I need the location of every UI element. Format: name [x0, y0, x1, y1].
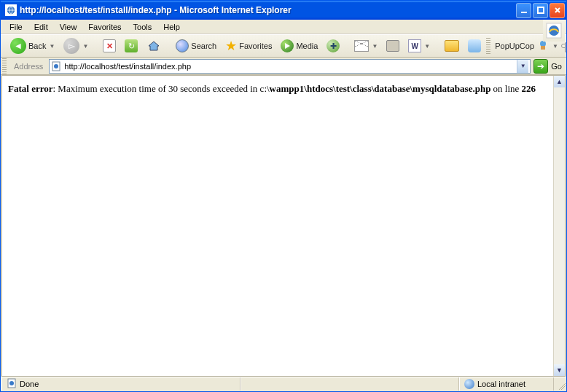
maximize-button[interactable]: [533, 3, 548, 18]
search-button[interactable]: Search: [172, 36, 220, 55]
mail-dropdown-icon[interactable]: ▼: [372, 43, 378, 50]
svg-rect-2: [538, 7, 544, 13]
favorites-button[interactable]: ★ Favorites: [222, 36, 275, 55]
error-text-2: on line: [490, 83, 521, 94]
status-text: Done: [20, 380, 39, 388]
menu-tools[interactable]: Tools: [128, 21, 158, 33]
forward-button[interactable]: ▻ ▼: [60, 36, 92, 55]
search-label: Search: [191, 42, 216, 50]
page-icon: [51, 61, 61, 71]
window-title: http://localhost/test/install/index.php …: [20, 5, 516, 15]
edit-dropdown-icon[interactable]: ▼: [424, 43, 430, 50]
go-arrow-icon: ➔: [537, 61, 544, 71]
error-message: Fatal error: Maximum execution time of 3…: [8, 83, 559, 95]
refresh-button[interactable]: ↻: [121, 36, 141, 55]
address-bar: Address http://localhost/test/install/in…: [1, 58, 566, 75]
status-middle: [241, 377, 459, 391]
home-icon: [146, 39, 161, 53]
error-path: wampp1\htdocs\test\class\database\mysqld…: [270, 83, 491, 94]
menu-view[interactable]: View: [54, 21, 83, 33]
popupcop-label[interactable]: PopUpCop: [495, 42, 534, 50]
back-label: Back: [28, 42, 46, 50]
addressbar-grip[interactable]: [2, 58, 7, 74]
home-button[interactable]: [143, 36, 165, 55]
error-label: Fatal error: [8, 83, 52, 94]
edit-button[interactable]: W▼: [404, 36, 434, 55]
history-button[interactable]: ✚: [323, 36, 343, 55]
status-bar: Done Local intranet: [1, 377, 566, 391]
mail-icon: [354, 40, 369, 52]
address-url[interactable]: http://localhost/test/install/index.php: [64, 62, 514, 71]
print-icon: [386, 40, 399, 52]
media-icon: [281, 39, 294, 52]
resize-grip-icon[interactable]: [554, 378, 566, 390]
media-button[interactable]: Media: [277, 36, 321, 55]
svg-point-8: [54, 64, 58, 68]
address-label: Address: [11, 62, 46, 71]
toolbar: ◄ Back ▼ ▻ ▼ ✕ ↻ Search ★ Favorites Medi…: [1, 34, 566, 58]
menu-bar: File Edit View Favorites Tools Help: [1, 20, 566, 34]
history-icon: ✚: [326, 39, 340, 52]
scroll-down-icon[interactable]: ▼: [554, 364, 565, 376]
back-dropdown-icon[interactable]: ▼: [49, 43, 55, 50]
word-icon: W: [408, 39, 421, 52]
stop-button[interactable]: ✕: [99, 36, 120, 55]
toolbar-grip[interactable]: [486, 38, 490, 54]
go-label: Go: [551, 62, 565, 71]
favorites-label: Favorites: [239, 42, 272, 50]
status-zone: Local intranet: [459, 377, 554, 391]
go-button[interactable]: ➔: [533, 59, 548, 74]
popupcop-slider[interactable]: [561, 44, 567, 48]
back-icon: ◄: [10, 38, 26, 54]
svg-point-10: [9, 381, 14, 385]
print-button[interactable]: [383, 36, 403, 55]
svg-rect-6: [541, 46, 545, 50]
zone-label: Local intranet: [477, 380, 525, 388]
close-button[interactable]: [550, 3, 565, 18]
search-icon: [176, 39, 189, 52]
ie-throbber-icon: [543, 20, 565, 42]
mail-button[interactable]: ▼: [351, 36, 381, 55]
folder-icon: [445, 40, 459, 52]
menu-edit[interactable]: Edit: [28, 21, 54, 33]
ie-page-icon: [5, 4, 17, 16]
menu-favorites[interactable]: Favorites: [82, 21, 127, 33]
status-page-icon: [7, 378, 17, 390]
title-bar: http://localhost/test/install/index.php …: [1, 1, 566, 20]
svg-point-5: [540, 41, 546, 47]
refresh-icon: ↻: [125, 39, 138, 52]
page-content: Fatal error: Maximum execution time of 3…: [1, 75, 566, 377]
window-buttons: [516, 3, 565, 18]
status-left: Done: [1, 377, 241, 391]
media-label: Media: [296, 42, 318, 50]
scroll-up-icon[interactable]: ▲: [554, 76, 565, 87]
messenger-icon: [468, 39, 481, 52]
error-text-1: Maximum execution time of 30 seconds exc…: [58, 83, 269, 94]
back-button[interactable]: ◄ Back ▼: [7, 36, 58, 55]
error-line: 226: [522, 83, 536, 94]
messenger-button[interactable]: [464, 36, 485, 55]
menu-help[interactable]: Help: [157, 21, 186, 33]
address-dropdown-icon[interactable]: ▼: [517, 60, 528, 73]
forward-dropdown-icon[interactable]: ▼: [82, 43, 88, 50]
folder-button[interactable]: [441, 36, 463, 55]
svg-rect-1: [521, 12, 527, 13]
minimize-button[interactable]: [516, 3, 531, 18]
address-field[interactable]: http://localhost/test/install/index.php …: [49, 59, 531, 74]
star-icon: ★: [225, 38, 237, 54]
stop-icon: ✕: [103, 39, 116, 52]
menu-file[interactable]: File: [4, 21, 28, 33]
vertical-scrollbar[interactable]: ▲ ▼: [553, 76, 565, 376]
popupcop-dropdown-icon[interactable]: ▼: [552, 43, 558, 50]
zone-icon: [464, 379, 474, 389]
forward-icon: ▻: [63, 38, 79, 54]
